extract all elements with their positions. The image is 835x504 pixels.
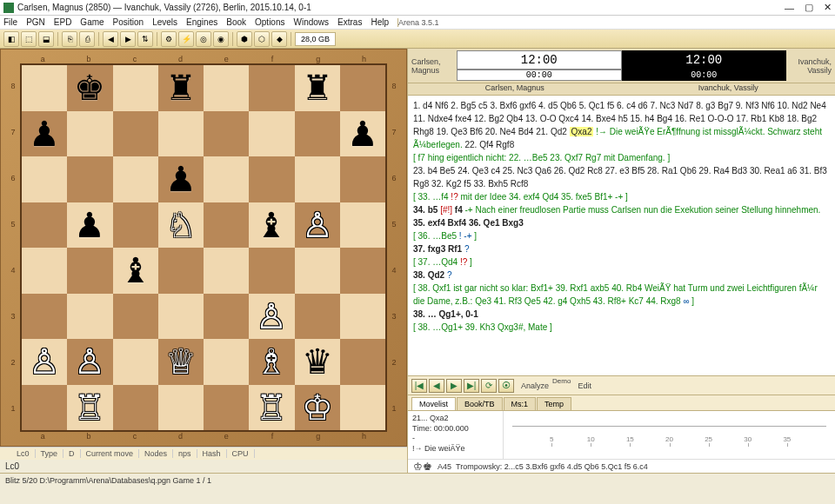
chess-board[interactable]: ♚♜♜♟♟♟♟♘♝♙♝♙♙♙♕♗♛♖♖♔ [20, 63, 387, 432]
tb-tool3[interactable]: ◆ [271, 31, 287, 47]
square-e4[interactable] [204, 248, 249, 294]
tb-new[interactable]: ◧ [3, 31, 19, 47]
maximize-button[interactable]: ▢ [805, 2, 813, 13]
square-e6[interactable] [204, 156, 249, 202]
square-f1[interactable]: ♖ [249, 385, 294, 431]
square-b8[interactable]: ♚ [67, 65, 112, 111]
nav-first[interactable]: |◀ [411, 379, 427, 393]
square-c4[interactable]: ♝ [113, 248, 158, 294]
square-f7[interactable] [249, 111, 294, 157]
close-button[interactable]: ✕ [824, 2, 832, 13]
tb-copy[interactable]: ⎘ [62, 31, 77, 47]
menu-pgn[interactable]: PGN [26, 17, 45, 27]
tab-book[interactable]: Book/TB [457, 397, 503, 410]
menu-position[interactable]: Position [113, 17, 144, 27]
square-c7[interactable] [113, 111, 158, 157]
tb-engine4[interactable]: ◉ [213, 31, 229, 47]
square-f6[interactable] [249, 156, 294, 202]
menu-engines[interactable]: Engines [186, 17, 217, 27]
square-h3[interactable] [340, 294, 385, 340]
square-a3[interactable] [22, 294, 67, 340]
square-g2[interactable]: ♛ [295, 339, 340, 385]
square-b6[interactable] [67, 156, 112, 202]
menu-windows[interactable]: Windows [293, 17, 329, 27]
tab-movelist[interactable]: Movelist [411, 397, 456, 410]
square-g8[interactable]: ♜ [295, 65, 340, 111]
square-g7[interactable] [295, 111, 340, 157]
square-e8[interactable] [204, 65, 249, 111]
square-c5[interactable] [113, 202, 158, 249]
square-c6[interactable] [113, 156, 158, 202]
menu-game[interactable]: Game [80, 17, 104, 27]
tb-prev[interactable]: ◀ [103, 31, 118, 47]
square-b4[interactable] [67, 248, 112, 294]
nav-prev[interactable]: ◀ [429, 379, 444, 393]
minimize-button[interactable]: — [785, 3, 794, 13]
square-d5[interactable]: ♘ [158, 202, 204, 249]
square-c1[interactable] [113, 385, 158, 431]
square-d6[interactable]: ♟ [158, 156, 204, 202]
square-d8[interactable]: ♜ [158, 65, 204, 111]
menu-help[interactable]: Help [371, 17, 389, 27]
square-g3[interactable] [295, 294, 340, 340]
tb-engine1[interactable]: ⚙ [161, 31, 177, 47]
square-d7[interactable] [158, 111, 204, 157]
square-f4[interactable] [249, 248, 294, 294]
tb-save[interactable]: ⬓ [38, 31, 54, 47]
evaluation-timeline[interactable]: 5101520253035 [504, 411, 835, 459]
square-d3[interactable] [158, 294, 204, 340]
nav-next[interactable]: ▶ [446, 379, 462, 393]
square-c3[interactable] [113, 294, 158, 340]
square-b3[interactable] [67, 294, 112, 340]
square-h8[interactable] [340, 65, 385, 111]
square-g6[interactable] [295, 156, 340, 202]
square-a2[interactable]: ♙ [22, 339, 67, 385]
square-b7[interactable] [67, 111, 112, 157]
square-a8[interactable] [22, 65, 67, 111]
square-d2[interactable]: ♕ [158, 339, 204, 385]
btn-analyze[interactable]: Analyze [521, 381, 549, 390]
square-c2[interactable] [113, 339, 158, 385]
btn-demo[interactable]: Demo [552, 377, 571, 385]
menu-levels[interactable]: Levels [152, 17, 177, 27]
tab-temp[interactable]: Temp [537, 397, 571, 410]
square-h1[interactable] [340, 385, 385, 431]
menu-book[interactable]: Book [226, 17, 246, 27]
square-d4[interactable] [158, 248, 204, 294]
square-c8[interactable] [113, 65, 158, 111]
tb-flip[interactable]: ⇅ [137, 31, 153, 47]
square-f8[interactable] [249, 65, 294, 111]
btn-edit[interactable]: Edit [578, 381, 591, 390]
tb-tool1[interactable]: ⬢ [237, 31, 252, 47]
square-b2[interactable]: ♙ [67, 339, 112, 385]
nav-last[interactable]: ▶| [464, 379, 479, 393]
square-e3[interactable] [204, 294, 249, 340]
square-a1[interactable] [22, 385, 67, 431]
square-f2[interactable]: ♗ [249, 339, 294, 385]
square-h6[interactable] [340, 156, 385, 202]
square-e7[interactable] [204, 111, 249, 157]
menu-extras[interactable]: Extras [337, 17, 362, 27]
square-a4[interactable] [22, 248, 67, 294]
tb-next[interactable]: ▶ [120, 31, 136, 47]
nav-target[interactable]: ⦿ [498, 379, 514, 393]
tb-engine2[interactable]: ⚡ [178, 31, 194, 47]
menu-file[interactable]: File [3, 17, 17, 27]
square-b1[interactable]: ♖ [67, 385, 112, 431]
square-g4[interactable] [295, 248, 340, 294]
square-e2[interactable] [204, 339, 249, 385]
square-e5[interactable] [204, 202, 249, 249]
menu-epd[interactable]: EPD [54, 17, 72, 27]
square-h2[interactable] [340, 339, 385, 385]
tb-open[interactable]: ⬚ [21, 31, 37, 47]
square-b5[interactable]: ♟ [67, 202, 112, 249]
tb-paste[interactable]: ⎙ [79, 31, 95, 47]
tab-ms1[interactable]: Ms:1 [504, 397, 537, 410]
square-h7[interactable]: ♟ [340, 111, 385, 157]
square-f3[interactable]: ♙ [249, 294, 294, 340]
square-g1[interactable]: ♔ [295, 385, 340, 431]
square-d1[interactable] [158, 385, 204, 431]
nav-refresh[interactable]: ⟳ [481, 379, 497, 393]
square-h5[interactable] [340, 202, 385, 249]
square-g5[interactable]: ♙ [295, 202, 340, 249]
